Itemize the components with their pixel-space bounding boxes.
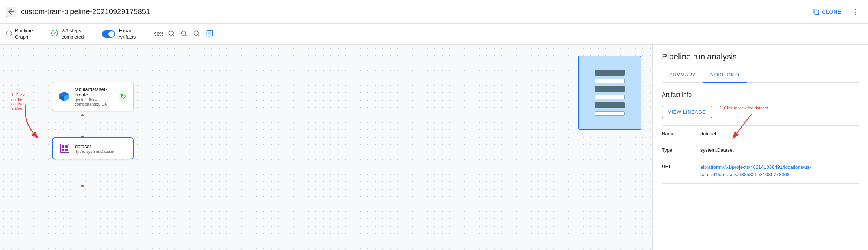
- mini-bar-4: [595, 95, 625, 99]
- mini-bar-3: [595, 86, 625, 92]
- clone-button[interactable]: CLONE: [809, 6, 846, 18]
- info-table: Name dataset Type system.Dataset URI aip…: [662, 125, 859, 184]
- info-row-uri: URI aiplatform://v1/projects/46214106849…: [662, 158, 859, 184]
- connector-dot-bot2: [81, 185, 84, 187]
- tab-nodeinfo[interactable]: NODE INFO: [703, 68, 747, 83]
- header-left: custom-train-pipeline-20210929175851: [6, 7, 809, 17]
- right-panel-content: Artifact info VIEW LINEAGE 2. Click to v…: [653, 83, 868, 250]
- right-panel-title: Pipeline run analysis: [662, 52, 859, 62]
- main-area: 1. Click on the dataset artifact tabular…: [0, 45, 868, 250]
- node2-text: dataset Type: system.Dataset: [75, 144, 114, 154]
- svg-point-0: [52, 30, 58, 36]
- right-panel-header: Pipeline run analysis SUMMARY NODE INFO: [653, 45, 868, 83]
- node-tabulardataset[interactable]: tabulardataset-create gcr.io/...line-com…: [52, 82, 134, 111]
- refresh-button[interactable]: ↻: [119, 91, 127, 102]
- value-uri[interactable]: aiplatform://v1/projects/462141068491/lo…: [700, 164, 859, 178]
- info-row-name: Name dataset: [662, 126, 859, 142]
- runtime-graph-label: RuntimeGraph: [15, 28, 33, 40]
- mini-preview: [578, 56, 641, 130]
- tab-summary[interactable]: SUMMARY: [662, 68, 703, 83]
- node1-title: tabulardataset-create: [75, 86, 114, 98]
- pipeline-canvas[interactable]: 1. Click on the dataset artifact tabular…: [0, 45, 652, 250]
- check-icon: [51, 29, 58, 39]
- label-type: Type: [662, 147, 692, 153]
- value-type: system.Dataset: [700, 147, 859, 153]
- page-title: custom-train-pipeline-20210929175851: [21, 7, 150, 16]
- zoom-in-button[interactable]: [166, 29, 176, 40]
- back-button[interactable]: [6, 7, 16, 17]
- zoom-out-button[interactable]: [179, 29, 189, 40]
- divider-2: [93, 28, 93, 40]
- connector-dot-top: [81, 114, 84, 116]
- annotation-1: 1. Click on the dataset artifact: [11, 93, 25, 111]
- artifact-info-title: Artifact info: [662, 92, 859, 98]
- mini-bar-6: [595, 111, 625, 116]
- sub-toolbar: ⓘ RuntimeGraph 2/3 steps completed Expan…: [0, 24, 868, 45]
- node1-text: tabulardataset-create gcr.io/...line-com…: [75, 86, 114, 106]
- svg-rect-11: [62, 145, 64, 148]
- mini-bar-5: [595, 102, 625, 108]
- svg-rect-13: [62, 149, 64, 151]
- toggle-knob: [108, 31, 114, 37]
- lineage-row: VIEW LINEAGE 2. Click to view the datase…: [662, 106, 859, 118]
- more-button[interactable]: ⋮: [849, 4, 862, 19]
- label-uri: URI: [662, 164, 692, 169]
- zoom-section: 90%: [154, 28, 215, 40]
- tabs: SUMMARY NODE INFO: [662, 68, 859, 83]
- header: custom-train-pipeline-20210929175851 CLO…: [0, 0, 868, 24]
- node2-title: dataset: [75, 144, 114, 149]
- node2-sub: Type: system.Dataset: [75, 149, 114, 154]
- connector-bot2: [82, 171, 82, 185]
- right-panel: Pipeline run analysis SUMMARY NODE INFO …: [652, 45, 868, 250]
- fit-view-button[interactable]: [204, 28, 215, 40]
- mini-bar-1: [595, 70, 625, 76]
- zoom-reset-button[interactable]: [192, 29, 201, 40]
- node-dataset[interactable]: dataset Type: system.Dataset: [52, 137, 134, 159]
- info-row-type: Type system.Dataset: [662, 142, 859, 158]
- value-name: dataset: [700, 131, 859, 136]
- expand-artifacts-section: ExpandArtifacts: [102, 28, 136, 40]
- divider-1: [42, 28, 42, 40]
- view-lineage-button[interactable]: VIEW LINEAGE: [662, 106, 712, 118]
- svg-rect-5: [208, 32, 211, 34]
- mini-bar-2: [595, 79, 625, 83]
- steps-label: 2/3 steps completed: [61, 28, 84, 40]
- svg-rect-14: [65, 149, 68, 151]
- divider-3: [145, 28, 145, 40]
- annotation-2: 2. Click to view the dataset: [719, 106, 768, 110]
- cube-icon: [58, 91, 70, 102]
- dataset-icon: [59, 142, 71, 154]
- svg-rect-10: [60, 144, 69, 153]
- clone-label: CLONE: [822, 9, 841, 15]
- steps-item: 2/3 steps completed: [51, 28, 84, 40]
- zoom-level: 90%: [154, 31, 163, 37]
- expand-artifacts-toggle[interactable]: [102, 30, 115, 38]
- runtime-graph-item[interactable]: ⓘ RuntimeGraph: [6, 28, 33, 40]
- node1-sub: gcr.io/...line-components:0.1.6: [75, 98, 114, 106]
- svg-rect-12: [65, 145, 68, 148]
- header-actions: CLONE ⋮: [809, 4, 862, 19]
- connector-line: [82, 115, 82, 137]
- expand-label: ExpandArtifacts: [118, 28, 136, 40]
- label-name: Name: [662, 131, 692, 136]
- info-icon: ⓘ: [6, 30, 12, 38]
